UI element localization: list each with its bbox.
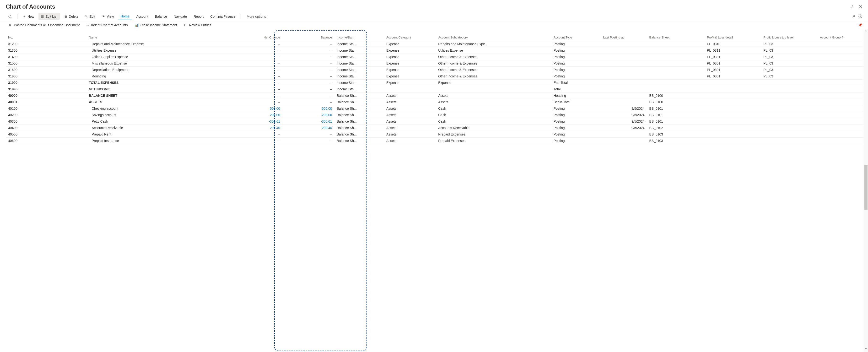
cell-pl-top[interactable]: PL_03 (761, 40, 817, 47)
table-row[interactable]: 31600Depreciation, Equipment––Income Sta… (6, 66, 864, 73)
cell-income-bal[interactable]: Balance Sh... (335, 138, 384, 144)
cell-balance-sheet[interactable]: BS_0100 (647, 92, 705, 99)
col-selector[interactable] (69, 29, 86, 40)
cell-income-bal[interactable]: Balance Sh... (335, 131, 384, 138)
home-tab[interactable]: Home (118, 13, 132, 20)
cell-acct-group4[interactable] (817, 86, 864, 92)
table-row[interactable]: 31200Repairs and Maintenance Expense––In… (6, 40, 864, 47)
cell-subcategory[interactable]: Assets (436, 99, 551, 105)
pin-icon[interactable]: 📌 (858, 23, 862, 27)
cell-pl-detail[interactable] (705, 99, 761, 105)
cell-name[interactable]: Office Supplies Expense (87, 54, 230, 60)
cell-net-change[interactable]: – (230, 138, 282, 144)
cell-no[interactable]: 31900 (6, 73, 69, 79)
cell-no[interactable]: 40001 (6, 99, 69, 105)
cell-type[interactable]: Posting (551, 138, 601, 144)
cell-pl-top[interactable]: PL_03 (761, 60, 817, 66)
cell-type[interactable]: Posting (551, 112, 601, 118)
cell-acct-group4[interactable] (817, 118, 864, 124)
cell-selector[interactable] (69, 124, 86, 131)
cell-last-posting[interactable]: 9/5/2024 (601, 112, 647, 118)
cell-subcategory[interactable]: Prepaid Expenses (436, 131, 551, 138)
view-button[interactable]: 👁View (99, 13, 116, 20)
table-row[interactable]: 40600Prepaid Insurance––Balance Sh...Ass… (6, 138, 864, 144)
cell-type[interactable]: Posting (551, 131, 601, 138)
cell-selector[interactable] (69, 86, 86, 92)
review-entries-button[interactable]: 🗒Review Entries (184, 23, 211, 27)
cell-balance[interactable]: – (282, 86, 334, 92)
cell-name[interactable]: ASSETS (87, 99, 230, 105)
cell-net-change[interactable]: – (230, 54, 282, 60)
scroll-down-icon[interactable]: ▼ (864, 348, 868, 352)
cell-net-change[interactable]: – (230, 99, 282, 105)
cell-income-bal[interactable]: Balance Sh... (335, 118, 384, 124)
cell-category[interactable]: Expense (384, 79, 436, 86)
cell-category[interactable]: Assets (384, 118, 436, 124)
cell-no[interactable]: 31995 (6, 86, 69, 92)
cell-category[interactable]: Expense (384, 40, 436, 47)
cell-acct-group4[interactable] (817, 66, 864, 73)
cell-category[interactable]: Expense (384, 54, 436, 60)
cell-balance[interactable]: -300.61 (282, 118, 334, 124)
cell-type[interactable]: Posting (551, 118, 601, 124)
cell-pl-detail[interactable] (705, 124, 761, 131)
cell-type[interactable]: Posting (551, 60, 601, 66)
cell-pl-detail[interactable]: PL_0301 (705, 54, 761, 60)
cell-pl-detail[interactable] (705, 86, 761, 92)
cell-income-bal[interactable]: Income Sta... (335, 60, 384, 66)
cell-last-posting[interactable]: 9/5/2024 (601, 105, 647, 112)
cell-selector[interactable] (69, 99, 86, 105)
cell-pl-top[interactable] (761, 79, 817, 86)
cell-no[interactable]: 31500 (6, 60, 69, 66)
cell-selector[interactable] (69, 73, 86, 79)
cell-acct-group4[interactable] (817, 73, 864, 79)
cell-name[interactable]: Prepaid Rent (87, 131, 230, 138)
cell-balance-sheet[interactable] (647, 73, 705, 79)
col-no[interactable]: No. (6, 29, 69, 40)
cell-pl-detail[interactable] (705, 92, 761, 99)
cell-no[interactable]: 31300 (6, 47, 69, 54)
cell-subcategory[interactable]: Cash (436, 105, 551, 112)
cell-no[interactable]: 31200 (6, 40, 69, 47)
delete-button[interactable]: 🗑Delete (62, 13, 81, 20)
cell-type[interactable]: Posting (551, 124, 601, 131)
cell-subcategory[interactable]: Cash (436, 112, 551, 118)
cell-subcategory[interactable]: Assets (436, 92, 551, 99)
cell-selector[interactable] (69, 105, 86, 112)
cell-pl-detail[interactable]: PL_0301 (705, 60, 761, 66)
cell-subcategory[interactable]: Utilities Expense (436, 47, 551, 54)
col-last-posting[interactable]: Last Posting at (601, 29, 647, 40)
navigate-tab[interactable]: Navigate (171, 13, 189, 20)
cell-name[interactable]: BALANCE SHEET (87, 92, 230, 99)
cell-selector[interactable] (69, 60, 86, 66)
cell-balance[interactable]: – (282, 73, 334, 79)
cell-name[interactable]: TOTAL EXPENSES (87, 79, 230, 86)
cell-pl-top[interactable]: PL_03 (761, 66, 817, 73)
cell-acct-group4[interactable] (817, 99, 864, 105)
cell-balance[interactable]: – (282, 47, 334, 54)
cell-balance[interactable]: – (282, 99, 334, 105)
cell-category[interactable]: Assets (384, 92, 436, 99)
cell-balance[interactable]: – (282, 131, 334, 138)
close-income-button[interactable]: 📊Close Income Statement (134, 23, 177, 27)
cell-balance[interactable]: – (282, 79, 334, 86)
cell-name[interactable]: Checking account (87, 105, 230, 112)
cell-type[interactable]: Total (551, 86, 601, 92)
cell-balance-sheet[interactable] (647, 54, 705, 60)
cell-balance[interactable]: – (282, 54, 334, 60)
cell-acct-group4[interactable] (817, 112, 864, 118)
cell-type[interactable]: End-Total (551, 79, 601, 86)
cell-balance-sheet[interactable]: BS_0101 (647, 118, 705, 124)
table-row[interactable]: 31400Office Supplies Expense––Income Sta… (6, 54, 864, 60)
cell-pl-top[interactable] (761, 118, 817, 124)
cell-net-change[interactable]: – (230, 60, 282, 66)
cell-category[interactable]: Expense (384, 66, 436, 73)
cell-last-posting[interactable]: 9/5/2024 (601, 124, 647, 131)
cell-name[interactable]: Depreciation, Equipment (87, 66, 230, 73)
cell-pl-top[interactable]: PL_03 (761, 54, 817, 60)
cell-balance-sheet[interactable] (647, 60, 705, 66)
posted-documents-button[interactable]: 🗎Posted Documents w...t Incoming Documen… (9, 23, 80, 27)
cell-category[interactable]: Expense (384, 47, 436, 54)
col-net-change[interactable]: Net Change (230, 29, 282, 40)
cell-name[interactable]: Repairs and Maintenance Expense (87, 40, 230, 47)
